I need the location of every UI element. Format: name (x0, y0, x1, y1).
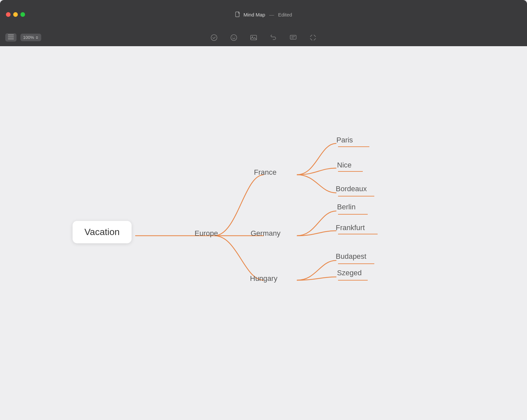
svg-point-7 (234, 37, 235, 37)
zoom-value: 100% (23, 35, 34, 40)
comment-button[interactable] (289, 33, 298, 42)
document-icon (235, 12, 241, 17)
sidebar-icon (8, 35, 14, 40)
toolbar-left: 100% (5, 33, 41, 42)
svg-point-5 (231, 35, 237, 41)
root-label: Vacation (84, 227, 120, 237)
toolbar-center (209, 33, 318, 42)
title-area: Mind Map — Edited (235, 12, 292, 17)
maximize-button[interactable] (20, 12, 25, 17)
check-button[interactable] (209, 33, 219, 42)
comment-icon (290, 34, 297, 41)
minimize-button[interactable] (13, 12, 18, 17)
toolbar: 100% (0, 29, 527, 46)
sidebar-toggle-button[interactable] (5, 33, 16, 42)
edited-status: Edited (278, 12, 292, 17)
svg-rect-8 (251, 35, 257, 40)
undo-button[interactable] (269, 33, 278, 42)
zoom-control[interactable]: 100% (20, 34, 41, 41)
check-icon (210, 34, 218, 41)
emoji-icon (230, 34, 237, 41)
close-button[interactable] (6, 12, 11, 17)
svg-rect-1 (8, 35, 14, 35)
svg-point-4 (211, 35, 217, 41)
collapse-icon (309, 34, 317, 41)
collapse-button[interactable] (308, 33, 318, 42)
emoji-button[interactable] (229, 33, 238, 42)
window-title: Mind Map (243, 12, 265, 17)
svg-rect-10 (290, 35, 296, 39)
undo-icon (270, 34, 277, 41)
titlebar: Mind Map — Edited (0, 0, 527, 29)
traffic-lights (0, 12, 25, 17)
canvas: Vacation Europe France Germany Hungary P… (0, 46, 527, 420)
svg-rect-3 (8, 39, 14, 39)
zoom-stepper-icon (35, 36, 39, 40)
title-separator: — (269, 12, 274, 17)
image-icon (250, 34, 257, 41)
root-node[interactable]: Vacation (73, 221, 132, 243)
image-button[interactable] (249, 33, 258, 42)
svg-rect-2 (8, 37, 14, 37)
svg-point-6 (232, 37, 233, 37)
